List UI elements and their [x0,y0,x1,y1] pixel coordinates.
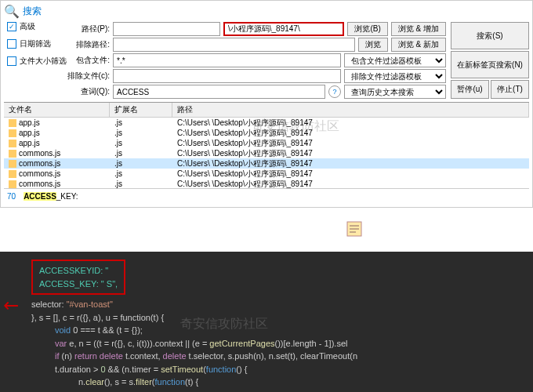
exclude-file-input[interactable] [113,69,341,83]
preview-match: ACCESS [24,192,56,201]
results-table: 文件名 扩展名 路径 app.js.jsC:\Users\ \Desktop\小… [4,102,529,188]
table-row[interactable]: commons.js.jsC:\Users\ \Desktop\小程序源码\_8… [4,179,529,188]
exclude-path-label: 排除路径: [67,39,110,50]
table-row[interactable]: commons.js.jsC:\Users\ \Desktop\小程序源码\_8… [4,158,529,169]
search-title: 搜索 [23,5,42,18]
help-icon[interactable]: ? [328,85,341,98]
preview-line-number: 70 [7,192,16,201]
script-file-icon [345,220,364,238]
check-size-filter[interactable]: 文件大小筛选 [7,56,67,67]
history-dropdown[interactable]: 查询历史文本搜索 [344,85,446,99]
browse-button[interactable]: 浏览(B) [347,22,387,36]
browse-add-button-2[interactable]: 浏览 & 新加 [391,38,446,52]
table-row[interactable]: commons.js.jsC:\Users\ \Desktop\小程序源码\_8… [4,148,529,158]
include-template-dropdown[interactable]: 包含文件过滤器模板 [344,53,446,67]
exclude-file-label: 排除文件(c): [67,71,110,82]
include-file-label: 包含文件: [67,55,110,66]
browse-add-button[interactable]: 浏览 & 增加 [391,22,446,36]
filter-checkboxes: ✓高级 日期筛选 文件大小筛选 [7,21,67,67]
query-label: 查词(Q): [67,86,110,97]
table-row[interactable]: app.js.jsC:\Users\ \Desktop\小程序源码\_89147 [4,128,529,138]
search-panel: 🔍 搜索 ✓高级 日期筛选 文件大小筛选 路径(P): 浏览(B) 浏览 & 增… [0,0,533,208]
check-date-filter[interactable]: 日期筛选 [7,38,67,49]
pause-button[interactable]: 暂停(u) [451,80,489,99]
query-input[interactable] [113,85,325,99]
file-icon [9,119,16,127]
exclude-template-dropdown[interactable]: 排除文件过滤器模板 [344,69,446,83]
stop-button[interactable]: 停止(T) [491,80,529,99]
file-icon [9,129,16,137]
include-file-input[interactable] [113,53,341,67]
file-icon [9,160,16,168]
browse-button-2[interactable]: 浏览 [358,38,388,52]
col-path[interactable]: 路径 [172,103,529,117]
code-editor: ↙ ACCESSKEYID: " ACCESS_KEY: " S", selec… [0,252,533,392]
search-button[interactable]: 搜索(S) [451,22,529,49]
exclude-path-input[interactable] [113,38,355,52]
arrow-annotation: ↙ [0,289,27,321]
search-icon: 🔍 [4,4,20,19]
code-highlight-box: ACCESSKEYID: " ACCESS_KEY: " S", [31,260,125,295]
file-icon [9,180,16,188]
col-filename[interactable]: 文件名 [4,103,110,117]
path-input-1[interactable] [113,22,220,36]
table-body[interactable]: app.js.jsC:\Users\ \Desktop\小程序源码\_89147… [4,118,529,188]
table-row[interactable]: app.js.jsC:\Users\ \Desktop\小程序源码\_89147 [4,118,529,128]
file-icon [9,140,16,147]
path-label: 路径(P): [67,24,110,34]
file-icon [9,150,16,158]
path-input-highlighted[interactable] [223,22,344,36]
file-icon [9,170,16,178]
new-tab-search-button[interactable]: 在新标签页搜索(N) [451,51,529,78]
table-row[interactable]: commons.js.jsC:\Users\ \Desktop\小程序源码\_8… [4,169,529,179]
col-ext[interactable]: 扩展名 [110,103,172,117]
check-advanced[interactable]: ✓高级 [7,21,67,32]
preview-pane: 70 ACCESS_KEY: [4,188,529,204]
table-row[interactable]: app.js.jsC:\Users\ \Desktop\小程序源码\_89147 [4,138,529,148]
